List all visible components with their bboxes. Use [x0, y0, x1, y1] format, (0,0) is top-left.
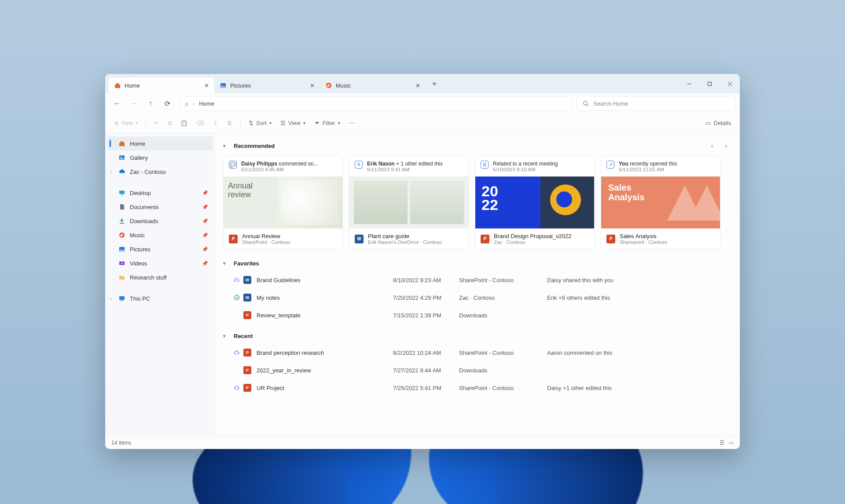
- more-button[interactable]: ⋯: [345, 117, 358, 130]
- refresh-button[interactable]: ⟳: [160, 96, 175, 111]
- window-controls: [679, 74, 740, 93]
- copy-button[interactable]: ⧉: [164, 117, 175, 130]
- sidebar-item-label: Pictures: [130, 246, 151, 253]
- search-icon: [583, 100, 589, 107]
- tab-pictures[interactable]: Pictures ✕: [214, 77, 320, 93]
- ppt-file-icon: P: [606, 235, 615, 243]
- sidebar-item-home[interactable]: Home: [108, 136, 213, 151]
- carousel-next-button[interactable]: ›: [720, 140, 732, 151]
- thumbnails-view-button[interactable]: ▭: [729, 440, 734, 446]
- titlebar: Home ✕ Pictures ✕ Music ✕ ＋: [105, 74, 740, 93]
- filter-button[interactable]: ⏷ Filter ▾: [311, 117, 344, 130]
- file-location: SharePoint - Contoso: [459, 349, 547, 356]
- up-button[interactable]: ↑: [143, 96, 158, 111]
- details-view-button[interactable]: ☰: [720, 440, 724, 446]
- pc-icon: [118, 295, 125, 302]
- minimize-button[interactable]: [679, 74, 699, 93]
- file-row[interactable]: P Review_template 7/15/2022 1:39 PM Down…: [223, 306, 732, 324]
- word-file-icon: W: [355, 235, 364, 243]
- recommended-card[interactable]: 💬 Daisy Philipps commented on... 5/11/20…: [223, 156, 343, 250]
- section-favorites-header[interactable]: ▾ Favorites: [223, 258, 732, 271]
- home-icon: ⌂: [185, 100, 188, 107]
- filter-icon: ⏷: [314, 120, 320, 126]
- file-name: Brand perception research: [257, 349, 393, 356]
- maximize-button[interactable]: [699, 74, 720, 93]
- file-row[interactable]: W My notes 7/20/2022 4:29 PM Zac · Conto…: [223, 289, 732, 306]
- sidebar-item-zac---contoso[interactable]: ›Zac - Contoso: [108, 165, 213, 179]
- card-date: 5/10/2023 8:10 AM: [493, 167, 558, 172]
- forward-button[interactable]: →: [126, 96, 141, 111]
- close-tab-button[interactable]: ✕: [204, 82, 209, 89]
- search-input[interactable]: Search Home: [577, 96, 735, 111]
- sidebar-item-pictures[interactable]: Pictures📌: [108, 242, 213, 256]
- sidebar-item-this-pc[interactable]: ›This PC: [108, 291, 213, 305]
- pin-icon: 📌: [202, 218, 208, 224]
- details-button[interactable]: ▭ Details: [702, 117, 735, 130]
- cut-button[interactable]: ✂: [151, 117, 162, 130]
- carousel-prev-button[interactable]: ‹: [706, 140, 718, 151]
- sidebar-item-gallery[interactable]: Gallery: [108, 151, 213, 165]
- back-button[interactable]: ←: [110, 96, 125, 111]
- pin-icon: 📌: [202, 261, 208, 266]
- svg-rect-16: [119, 296, 125, 300]
- sidebar: HomeGallery›Zac - Contoso Desktop📌Docume…: [105, 133, 215, 436]
- sidebar-item-research-stuff[interactable]: Research stuff: [108, 270, 213, 284]
- card-thumbnail: Annualreview: [224, 177, 342, 228]
- chevron-right-icon: ›: [193, 100, 195, 107]
- rename-button[interactable]: ⌫: [193, 117, 208, 130]
- view-button[interactable]: ☰ View ▾: [277, 117, 309, 130]
- chevron-right-icon: ›: [110, 169, 112, 174]
- sync-status-icon: [234, 385, 243, 391]
- tab-music[interactable]: Music ✕: [320, 77, 426, 93]
- chevron-down-icon: ▾: [223, 261, 229, 266]
- sidebar-item-music[interactable]: Music📌: [108, 228, 213, 242]
- body: HomeGallery›Zac - Contoso Desktop📌Docume…: [105, 133, 740, 436]
- breadcrumb-segment: Home: [199, 100, 214, 107]
- close-tab-button[interactable]: ✕: [415, 82, 420, 89]
- sidebar-item-downloads[interactable]: Downloads📌: [108, 214, 213, 228]
- sidebar-item-label: Zac - Contoso: [130, 169, 166, 175]
- tab-home[interactable]: Home ✕: [109, 77, 214, 93]
- details-icon: ▭: [705, 120, 711, 126]
- section-recent-header[interactable]: ▾ Recent: [223, 330, 732, 344]
- recommended-card[interactable]: ✎ Erik Nason + 1 other edited this 5/11/…: [349, 156, 469, 250]
- item-count: 14 items: [111, 440, 131, 446]
- sidebar-item-videos[interactable]: Videos📌: [108, 256, 213, 270]
- file-row[interactable]: P UR Project 7/25/2022 5:41 PM SharePoin…: [223, 379, 732, 397]
- recommended-card[interactable]: ↗ You recently opened this 5/11/2023 11:…: [601, 156, 720, 250]
- recommended-card[interactable]: 🗓 Related to a recent meeting 5/10/2023 …: [475, 156, 595, 250]
- music-icon: [118, 232, 125, 239]
- file-name: Review_template: [257, 312, 393, 319]
- new-tab-button[interactable]: ＋: [427, 77, 441, 91]
- file-activity: Aaron commented on this: [547, 349, 612, 356]
- paste-button[interactable]: 📋: [177, 117, 191, 130]
- tab-label: Music: [336, 82, 351, 89]
- delete-button[interactable]: 🗑: [223, 117, 236, 130]
- file-row[interactable]: W Brand Guidelines 8/10/2022 9:23 AM Sha…: [223, 271, 732, 289]
- file-row[interactable]: P Brand perception research 8/2/2022 10:…: [223, 344, 732, 361]
- breadcrumb[interactable]: ⌂ › Home: [180, 96, 572, 111]
- share-button[interactable]: ⇪: [209, 117, 221, 130]
- sidebar-item-desktop[interactable]: Desktop📌: [108, 186, 213, 200]
- file-row[interactable]: P 2022_year_in_review 7/27/2022 8:44 AM …: [223, 361, 732, 379]
- file-activity: Daisy shared this with you: [547, 277, 614, 283]
- svg-rect-3: [708, 82, 711, 85]
- close-button[interactable]: [720, 74, 740, 93]
- section-title: Recommended: [234, 143, 275, 149]
- section-recommended-header[interactable]: ▾ Recommended ‹ ›: [223, 137, 732, 156]
- sync-status-icon: [234, 349, 243, 356]
- tab-label: Home: [125, 82, 140, 89]
- svg-rect-11: [121, 195, 123, 195]
- sidebar-item-documents[interactable]: Documents📌: [108, 200, 213, 214]
- card-title: Sales Analysis: [620, 233, 667, 239]
- calendar-icon: 🗓: [481, 161, 489, 169]
- documents-icon: [118, 203, 125, 210]
- word-file-icon: W: [243, 294, 251, 302]
- sort-button[interactable]: ⇅ Sort ▾: [245, 117, 275, 130]
- card-location: Erik Nason's OneDrive · Contoso: [368, 239, 442, 245]
- close-tab-button[interactable]: ✕: [310, 82, 315, 89]
- sidebar-item-label: Gallery: [130, 155, 148, 161]
- new-button[interactable]: ⊕ New ▾: [110, 117, 141, 130]
- section-title: Recent: [234, 333, 253, 339]
- card-title: Plant care guide: [368, 233, 442, 239]
